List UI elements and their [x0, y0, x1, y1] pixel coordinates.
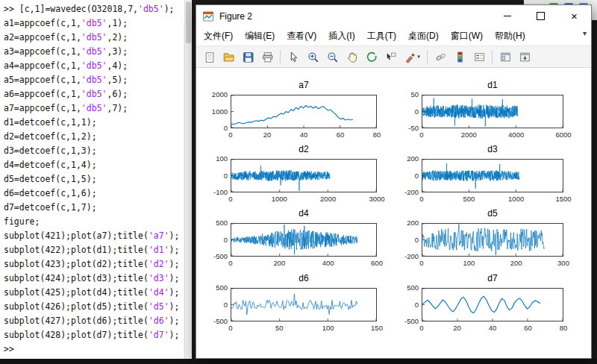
subplot-d1-plot	[422, 95, 563, 128]
insert-legend-icon	[473, 51, 486, 63]
subplot-d1-ytick: 0	[392, 107, 419, 116]
brush-data-button[interactable]: ▾	[401, 48, 423, 66]
subplot-a7-axes[interactable]	[231, 95, 377, 128]
subplot-d5-xtick: 100	[452, 259, 485, 267]
pan-icon	[346, 51, 358, 63]
print-figure-button[interactable]	[258, 48, 276, 66]
subplot-title-a7: a7	[231, 80, 377, 91]
open-file-button[interactable]	[219, 48, 237, 66]
console-line: figure;	[4, 215, 184, 229]
subplot-d7-xtick: 0	[405, 324, 438, 332]
dock-figure-button[interactable]	[516, 48, 534, 66]
subplot-d7-xtick: 80	[547, 324, 580, 332]
console-line: subplot(428);plot(d7);title('d7');	[4, 328, 184, 342]
subplot-d2-xtick: 3000	[360, 195, 393, 203]
maximize-button[interactable]	[524, 5, 557, 27]
save-figure-button[interactable]	[239, 48, 257, 66]
pan-button[interactable]	[343, 48, 360, 66]
matlab-command-window[interactable]: >> [c,1]=wavedec(O32018,7,'db5');a1=appc…	[0, 0, 184, 359]
hide-plot-tools-button[interactable]	[496, 48, 514, 66]
link-plots-button[interactable]	[431, 48, 449, 66]
toolbar-separator	[280, 50, 281, 64]
console-scrollbar[interactable]	[184, 0, 192, 359]
data-cursor-button[interactable]	[381, 48, 399, 66]
new-figure-button[interactable]	[200, 48, 218, 66]
rotate-3d-button[interactable]	[362, 48, 380, 66]
subplot-d5-axes[interactable]	[422, 223, 563, 257]
menu-overflow-icon[interactable]: ▾	[583, 29, 587, 37]
subplot-d4-ytick: 0	[201, 236, 228, 244]
minimize-button[interactable]	[490, 5, 524, 27]
menubar: 文件(F)编辑(E)查看(V)插入(I)工具(T)桌面(D)窗口(W)帮助(H)…	[196, 27, 591, 46]
insert-legend-button[interactable]	[470, 48, 488, 66]
subplot-d6-axes[interactable]	[231, 288, 377, 321]
menu-item-view[interactable]: 查看(V)	[281, 27, 322, 46]
subplot-title-d5: d5	[422, 208, 563, 219]
console-line: d5=detcoef(c,1,5);	[4, 172, 184, 186]
zoom-out-icon	[326, 51, 339, 63]
subplot-d7-axes[interactable]	[422, 288, 563, 321]
edit-plot-button[interactable]	[284, 48, 302, 66]
subplot-a7-xtick: 80	[360, 131, 393, 139]
subplot-d7-ytick: 500	[392, 283, 419, 292]
subplot-d1-axes[interactable]	[422, 95, 563, 128]
print-figure-icon	[261, 51, 274, 63]
subplot-a7-plot	[231, 95, 376, 128]
subplot-d6-xtick: 0	[214, 324, 247, 332]
subplot-d5-xtick: 200	[500, 259, 533, 267]
brush-data-icon	[404, 51, 416, 63]
subplot-d3-xtick: 500	[452, 195, 485, 203]
subplot-a7-xtick: 0	[214, 131, 247, 139]
subplot-title-d1: d1	[422, 80, 563, 91]
console-line: subplot(423);plot(d2);title('d2');	[4, 257, 184, 272]
subplot-d3-xtick: 0	[405, 195, 438, 203]
subplot-d6-ytick: 500	[201, 283, 228, 292]
console-line: d3=detcoef(c,1,3);	[4, 144, 184, 158]
figure-canvas: a7010002000020406080d1-50050020004000600…	[196, 68, 591, 357]
subplot-d3-plot	[422, 160, 563, 192]
toolbar-separator	[492, 50, 493, 64]
menu-item-tools[interactable]: 工具(T)	[361, 27, 402, 46]
subplot-d4-xtick: 400	[312, 259, 345, 267]
close-icon: ×	[571, 10, 578, 22]
subplot-d1-xtick: 4000	[500, 131, 533, 139]
subplot-d3-axes[interactable]	[422, 159, 563, 192]
subplot-d1-ytick: 50	[392, 90, 419, 98]
subplot-d1-xtick: 6000	[547, 131, 580, 139]
zoom-in-button[interactable]	[304, 48, 322, 66]
insert-colorbar-button[interactable]	[451, 48, 469, 66]
subplot-d5-ytick: 200	[392, 219, 419, 227]
subplot-d2-axes[interactable]	[231, 159, 377, 192]
menu-item-window[interactable]: 窗口(W)	[445, 27, 489, 46]
zoom-out-button[interactable]	[323, 48, 341, 66]
subplot-d5-plot	[422, 224, 563, 256]
subplot-a7-ytick: 2000	[201, 90, 228, 98]
subplot-a7-xtick: 20	[251, 131, 284, 139]
window-title: Figure 2	[219, 11, 490, 22]
console-line: a2=appcoef(c,1,'db5',2);	[4, 31, 184, 45]
save-figure-icon	[242, 51, 254, 63]
console-line: d2=detcoef(c,1,2);	[4, 130, 184, 144]
subplot-d4-plot	[231, 224, 376, 256]
subplot-d7-ytick: 0	[392, 301, 419, 309]
console-scrollbar-thumb[interactable]	[186, 1, 191, 43]
menu-item-file[interactable]: 文件(F)	[198, 27, 239, 46]
toolbar-separator	[427, 50, 428, 64]
new-figure-icon	[203, 51, 216, 63]
console-line: subplot(427);plot(d6);title('d6');	[4, 314, 184, 328]
subplot-d5-xtick: 0	[405, 259, 438, 267]
console-line: subplot(424);plot(d3);title('d3');	[4, 272, 184, 286]
menu-item-edit[interactable]: 编辑(E)	[239, 27, 281, 46]
hide-plot-tools-icon	[499, 51, 512, 63]
dock-figure-icon	[519, 51, 531, 63]
subplot-d4-axes[interactable]	[231, 223, 377, 257]
menu-item-insert[interactable]: 插入(I)	[322, 27, 360, 46]
figure-titlebar[interactable]: Figure 2 ×	[196, 5, 591, 27]
close-button[interactable]: ×	[557, 5, 591, 27]
menu-item-help[interactable]: 帮助(H)	[489, 27, 531, 46]
console-line: a5=appcoef(c,1,'db5',5);	[4, 73, 184, 87]
console-line: subplot(421);plot(a7);title('a7');	[4, 229, 184, 243]
menu-item-desktop[interactable]: 桌面(D)	[402, 27, 445, 46]
subplot-d6-ytick: 0	[201, 301, 228, 309]
subplot-title-d7: d7	[422, 273, 563, 284]
